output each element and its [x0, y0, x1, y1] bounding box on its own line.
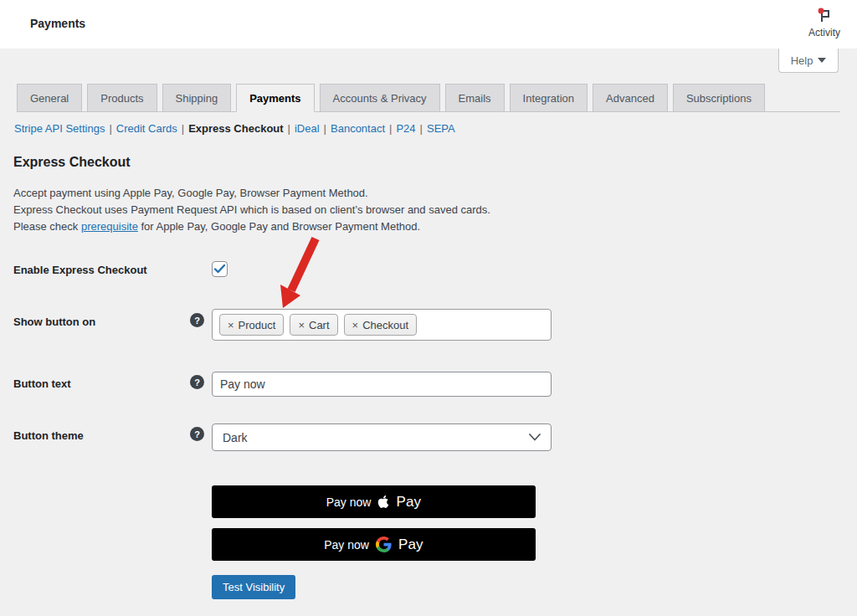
button-theme-label: Button theme	[13, 429, 84, 442]
help-label: Help	[791, 54, 813, 67]
description-line-3-suffix: for Apple Pay, Google Pay and Browser Pa…	[138, 220, 420, 233]
description-line-3-prefix: Please check	[13, 220, 81, 233]
selected-option-cart: ×Cart	[290, 314, 337, 336]
show-button-on-help-icon[interactable]: ?	[190, 313, 204, 327]
apple-logo-icon	[377, 495, 389, 509]
google-logo-icon	[376, 536, 392, 552]
button-text-label: Button text	[13, 377, 71, 390]
button-theme-select[interactable]: Dark	[212, 424, 552, 451]
tab-general[interactable]: General	[17, 84, 82, 112]
button-text-input[interactable]	[212, 372, 552, 397]
subnav-sepa[interactable]: SEPA	[427, 122, 455, 135]
annotation-arrow	[268, 228, 335, 316]
description-line-3: Please check prerequisite for Apple Pay,…	[13, 218, 490, 235]
subnav-credit-cards[interactable]: Credit Cards	[116, 122, 177, 135]
chevron-down-icon	[529, 434, 541, 441]
tab-advanced[interactable]: Advanced	[593, 84, 668, 112]
apple-pay-brand-text: Pay	[396, 494, 421, 511]
apple-pay-preview-button[interactable]: Pay now Pay	[212, 485, 536, 518]
enable-express-checkout-checkbox[interactable]	[212, 261, 228, 277]
remove-tag-icon[interactable]: ×	[352, 319, 359, 331]
activity-button[interactable]: Activity	[805, 7, 844, 38]
section-title: Express Checkout	[13, 155, 131, 170]
subnav-bancontact[interactable]: Bancontact	[331, 122, 385, 135]
page-title: Payments	[30, 17, 85, 30]
show-button-on-label: Show button on	[13, 316, 95, 328]
subnav-separator: |	[288, 122, 290, 135]
selected-option-product: ×Product	[219, 314, 284, 336]
prerequisite-link[interactable]: prerequisite	[81, 220, 138, 233]
google-pay-preview-button[interactable]: Pay now Pay	[212, 528, 536, 561]
description-line-1: Accept payment using Apple Pay, Google P…	[13, 185, 490, 202]
flag-icon	[815, 7, 834, 25]
help-dropdown-button[interactable]: Help	[778, 49, 839, 73]
button-theme-help-icon[interactable]: ?	[190, 427, 204, 441]
apple-pay-text: Pay now	[326, 495, 372, 509]
enable-express-checkout-label: Enable Express Checkout	[13, 264, 147, 276]
tab-emails[interactable]: Emails	[445, 84, 505, 112]
top-header-bar: Payments Activity	[0, 0, 857, 49]
subnav-separator: |	[182, 122, 184, 135]
subnav-p24[interactable]: P24	[396, 122, 415, 135]
button-theme-selected-value: Dark	[223, 431, 248, 444]
tag-label: Product	[239, 319, 276, 331]
show-button-on-multiselect[interactable]: ×Product ×Cart ×Checkout	[212, 309, 552, 341]
tag-label: Checkout	[362, 319, 408, 331]
selected-option-checkout: ×Checkout	[344, 314, 418, 336]
tab-integration[interactable]: Integration	[510, 84, 588, 112]
subnav-separator: |	[109, 122, 111, 135]
subnav-separator: |	[389, 122, 392, 135]
checkmark-icon	[214, 264, 225, 274]
subnav-separator: |	[324, 122, 326, 135]
google-pay-brand-text: Pay	[398, 536, 423, 553]
payments-subnav: Stripe API Settings|Credit Cards|Express…	[14, 122, 455, 135]
tab-subscriptions[interactable]: Subscriptions	[673, 84, 765, 112]
tab-accounts-privacy[interactable]: Accounts & Privacy	[320, 84, 440, 112]
chevron-down-icon	[818, 58, 826, 63]
google-pay-text: Pay now	[324, 538, 369, 552]
activity-label: Activity	[805, 27, 844, 38]
subnav-separator: |	[420, 122, 423, 135]
subnav-express-checkout[interactable]: Express Checkout	[188, 122, 283, 135]
button-text-help-icon[interactable]: ?	[190, 375, 204, 389]
description-line-2: Express Checkout uses Payment Request AP…	[13, 202, 490, 218]
tab-payments[interactable]: Payments	[236, 84, 314, 112]
notification-dot	[819, 8, 824, 14]
settings-tabs: General Products Shipping Payments Accou…	[17, 84, 765, 112]
subnav-ideal[interactable]: iDeal	[295, 122, 320, 135]
remove-tag-icon[interactable]: ×	[298, 319, 305, 331]
subnav-stripe-api-settings[interactable]: Stripe API Settings	[14, 122, 105, 135]
test-visibility-button[interactable]: Test Visibility	[212, 575, 295, 599]
remove-tag-icon[interactable]: ×	[228, 319, 234, 331]
tab-products[interactable]: Products	[87, 84, 157, 112]
tag-label: Cart	[309, 319, 330, 331]
section-description: Accept payment using Apple Pay, Google P…	[13, 185, 490, 235]
tab-shipping[interactable]: Shipping	[162, 84, 232, 112]
